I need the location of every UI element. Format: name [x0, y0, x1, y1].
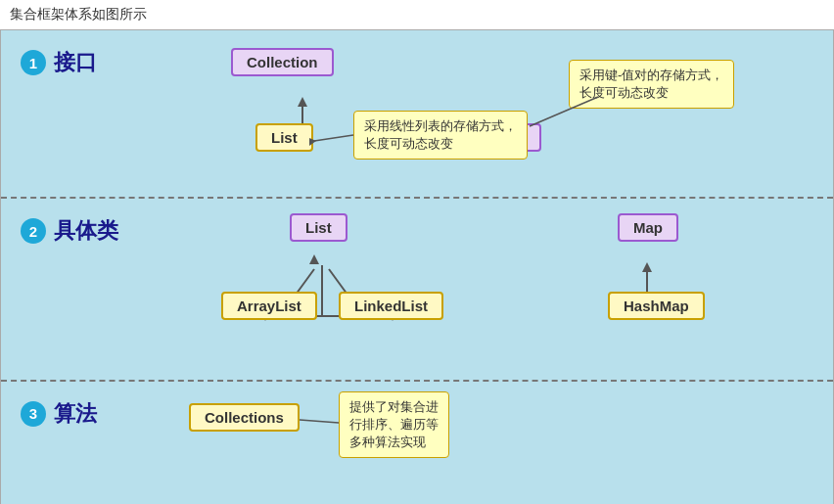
linkedlist-box: LinkedList — [339, 292, 443, 320]
collection-box: Collection — [231, 48, 334, 76]
circle-1: 1 — [21, 50, 46, 75]
svg-marker-9 — [309, 254, 319, 264]
main-container: 1 接口 Collection List Map 采用线性列表的存储方式， 长度… — [0, 29, 834, 504]
section-concrete: 2 具体类 List ArrayList LinkedList Map Hash… — [1, 199, 833, 381]
section-2-label: 2 具体类 — [21, 216, 118, 246]
hashmap-box: HashMap — [608, 292, 705, 320]
section-algorithm: 3 算法 Collections 提供了对集合进 行排序、遍历等 多种算法实现 — [1, 382, 833, 504]
page-title: 集合框架体系如图所示 — [0, 0, 834, 29]
section-1-label: 1 接口 — [21, 48, 109, 77]
tooltip-list: 采用线性列表的存储方式， 长度可动态改变 — [353, 111, 528, 160]
svg-marker-1 — [298, 97, 307, 107]
map-concrete-box: Map — [618, 213, 678, 242]
section-3-label: 3 算法 — [21, 399, 109, 429]
list-concrete-box: List — [290, 213, 348, 242]
section-2-arrows — [1, 199, 833, 379]
tooltip-map: 采用键-值对的存储方式， 长度可动态改变 — [569, 60, 734, 109]
tooltip-collections: 提供了对集合进 行排序、遍历等 多种算法实现 — [339, 391, 449, 459]
circle-2: 2 — [21, 218, 46, 244]
section-2-title: 具体类 — [54, 216, 118, 246]
arraylist-box: ArrayList — [221, 292, 317, 320]
section-interface: 1 接口 Collection List Map 采用线性列表的存储方式， 长度… — [1, 30, 833, 199]
svg-marker-16 — [642, 262, 652, 272]
list-interface-box: List — [255, 123, 313, 152]
collections-box: Collections — [189, 403, 300, 432]
circle-3: 3 — [21, 401, 46, 427]
section-3-title: 算法 — [54, 399, 97, 429]
section-1-title: 接口 — [54, 48, 97, 77]
svg-line-4 — [314, 135, 353, 141]
